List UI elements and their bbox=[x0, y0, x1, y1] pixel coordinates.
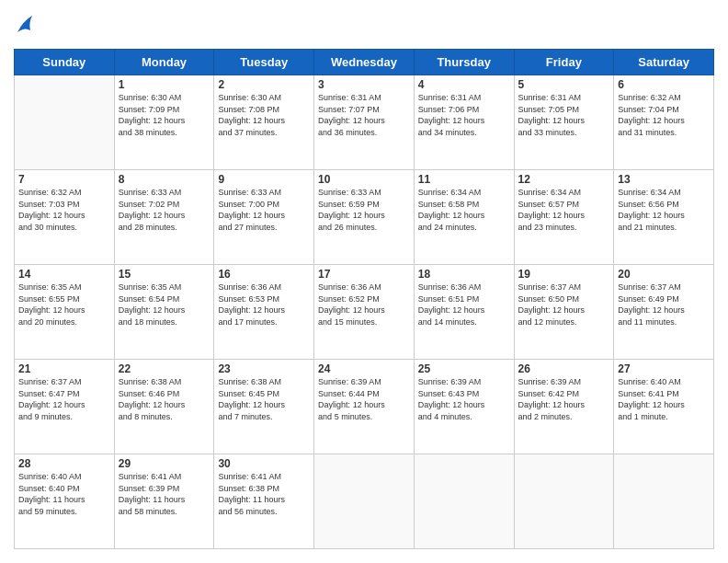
day-number: 25 bbox=[418, 362, 510, 375]
day-info: Sunrise: 6:40 AM Sunset: 6:40 PM Dayligh… bbox=[18, 471, 110, 517]
day-info: Sunrise: 6:37 AM Sunset: 6:49 PM Dayligh… bbox=[618, 282, 710, 327]
calendar-cell: 23Sunrise: 6:38 AM Sunset: 6:45 PM Dayli… bbox=[214, 360, 314, 454]
calendar-cell: 20Sunrise: 6:37 AM Sunset: 6:49 PM Dayli… bbox=[614, 265, 714, 360]
calendar-cell: 17Sunrise: 6:36 AM Sunset: 6:52 PM Dayli… bbox=[314, 265, 415, 360]
day-info: Sunrise: 6:37 AM Sunset: 6:47 PM Dayligh… bbox=[18, 376, 110, 422]
calendar-cell: 8Sunrise: 6:33 AM Sunset: 7:02 PM Daylig… bbox=[114, 170, 214, 265]
day-number: 2 bbox=[218, 78, 310, 91]
logo bbox=[14, 14, 34, 40]
day-number: 4 bbox=[418, 78, 510, 91]
day-info: Sunrise: 6:37 AM Sunset: 6:50 PM Dayligh… bbox=[518, 282, 610, 327]
day-number: 28 bbox=[18, 457, 110, 470]
calendar-cell: 4Sunrise: 6:31 AM Sunset: 7:06 PM Daylig… bbox=[414, 75, 514, 170]
day-info: Sunrise: 6:38 AM Sunset: 6:45 PM Dayligh… bbox=[218, 376, 310, 422]
day-number: 1 bbox=[119, 78, 210, 91]
day-number: 27 bbox=[618, 362, 710, 375]
day-info: Sunrise: 6:35 AM Sunset: 6:54 PM Dayligh… bbox=[119, 282, 210, 327]
calendar-header-row: SundayMondayTuesdayWednesdayThursdayFrid… bbox=[15, 50, 714, 75]
day-info: Sunrise: 6:33 AM Sunset: 6:59 PM Dayligh… bbox=[318, 187, 410, 233]
day-number: 17 bbox=[318, 268, 410, 281]
day-number: 3 bbox=[318, 78, 410, 91]
day-number: 5 bbox=[518, 78, 610, 91]
day-number: 24 bbox=[318, 362, 410, 375]
calendar-cell bbox=[414, 454, 514, 549]
calendar-cell: 6Sunrise: 6:32 AM Sunset: 7:04 PM Daylig… bbox=[614, 75, 714, 170]
calendar-cell: 30Sunrise: 6:41 AM Sunset: 6:38 PM Dayli… bbox=[214, 454, 314, 549]
day-number: 26 bbox=[518, 362, 610, 375]
day-info: Sunrise: 6:36 AM Sunset: 6:52 PM Dayligh… bbox=[318, 282, 410, 327]
day-number: 20 bbox=[618, 268, 710, 281]
calendar-cell: 27Sunrise: 6:40 AM Sunset: 6:41 PM Dayli… bbox=[614, 360, 714, 454]
calendar-week-1: 1Sunrise: 6:30 AM Sunset: 7:09 PM Daylig… bbox=[15, 75, 714, 170]
day-number: 22 bbox=[119, 362, 210, 375]
day-info: Sunrise: 6:30 AM Sunset: 7:08 PM Dayligh… bbox=[218, 92, 310, 138]
day-number: 18 bbox=[418, 268, 510, 281]
day-info: Sunrise: 6:34 AM Sunset: 6:57 PM Dayligh… bbox=[518, 187, 610, 233]
day-info: Sunrise: 6:31 AM Sunset: 7:05 PM Dayligh… bbox=[518, 92, 610, 138]
day-info: Sunrise: 6:31 AM Sunset: 7:07 PM Dayligh… bbox=[318, 92, 410, 138]
calendar-cell: 10Sunrise: 6:33 AM Sunset: 6:59 PM Dayli… bbox=[314, 170, 415, 265]
day-number: 21 bbox=[18, 362, 110, 375]
day-number: 30 bbox=[218, 457, 310, 470]
calendar-cell: 11Sunrise: 6:34 AM Sunset: 6:58 PM Dayli… bbox=[414, 170, 514, 265]
day-info: Sunrise: 6:30 AM Sunset: 7:09 PM Dayligh… bbox=[119, 92, 210, 138]
day-info: Sunrise: 6:33 AM Sunset: 7:02 PM Dayligh… bbox=[119, 187, 210, 233]
day-header-sunday: Sunday bbox=[15, 50, 115, 75]
page: SundayMondayTuesdayWednesdayThursdayFrid… bbox=[0, 0, 728, 563]
calendar-week-4: 21Sunrise: 6:37 AM Sunset: 6:47 PM Dayli… bbox=[15, 360, 714, 454]
day-info: Sunrise: 6:32 AM Sunset: 7:04 PM Dayligh… bbox=[618, 92, 710, 138]
day-header-thursday: Thursday bbox=[414, 50, 514, 75]
calendar-week-5: 28Sunrise: 6:40 AM Sunset: 6:40 PM Dayli… bbox=[15, 454, 714, 549]
day-number: 14 bbox=[18, 268, 110, 281]
day-number: 9 bbox=[218, 173, 310, 186]
calendar-cell: 21Sunrise: 6:37 AM Sunset: 6:47 PM Dayli… bbox=[15, 360, 115, 454]
calendar-cell: 3Sunrise: 6:31 AM Sunset: 7:07 PM Daylig… bbox=[314, 75, 415, 170]
day-info: Sunrise: 6:35 AM Sunset: 6:55 PM Dayligh… bbox=[18, 282, 110, 327]
day-header-friday: Friday bbox=[514, 50, 614, 75]
day-number: 15 bbox=[119, 268, 210, 281]
day-number: 8 bbox=[119, 173, 210, 186]
calendar-cell: 5Sunrise: 6:31 AM Sunset: 7:05 PM Daylig… bbox=[514, 75, 614, 170]
day-number: 11 bbox=[418, 173, 510, 186]
day-info: Sunrise: 6:40 AM Sunset: 6:41 PM Dayligh… bbox=[618, 376, 710, 422]
day-info: Sunrise: 6:33 AM Sunset: 7:00 PM Dayligh… bbox=[218, 187, 310, 233]
calendar-cell: 16Sunrise: 6:36 AM Sunset: 6:53 PM Dayli… bbox=[214, 265, 314, 360]
day-number: 19 bbox=[518, 268, 610, 281]
calendar-cell: 24Sunrise: 6:39 AM Sunset: 6:44 PM Dayli… bbox=[314, 360, 415, 454]
day-info: Sunrise: 6:31 AM Sunset: 7:06 PM Dayligh… bbox=[418, 92, 510, 138]
calendar-cell bbox=[314, 454, 415, 549]
calendar-table: SundayMondayTuesdayWednesdayThursdayFrid… bbox=[14, 49, 714, 549]
calendar-cell: 12Sunrise: 6:34 AM Sunset: 6:57 PM Dayli… bbox=[514, 170, 614, 265]
day-info: Sunrise: 6:39 AM Sunset: 6:43 PM Dayligh… bbox=[418, 376, 510, 422]
calendar-cell: 14Sunrise: 6:35 AM Sunset: 6:55 PM Dayli… bbox=[15, 265, 115, 360]
calendar-cell: 7Sunrise: 6:32 AM Sunset: 7:03 PM Daylig… bbox=[15, 170, 115, 265]
calendar-cell bbox=[514, 454, 614, 549]
day-info: Sunrise: 6:41 AM Sunset: 6:38 PM Dayligh… bbox=[218, 471, 310, 517]
day-info: Sunrise: 6:34 AM Sunset: 6:56 PM Dayligh… bbox=[618, 187, 710, 233]
calendar-cell: 25Sunrise: 6:39 AM Sunset: 6:43 PM Dayli… bbox=[414, 360, 514, 454]
day-number: 29 bbox=[119, 457, 210, 470]
calendar-cell: 19Sunrise: 6:37 AM Sunset: 6:50 PM Dayli… bbox=[514, 265, 614, 360]
day-info: Sunrise: 6:32 AM Sunset: 7:03 PM Dayligh… bbox=[18, 187, 110, 233]
day-number: 12 bbox=[518, 173, 610, 186]
day-info: Sunrise: 6:39 AM Sunset: 6:42 PM Dayligh… bbox=[518, 376, 610, 422]
day-number: 13 bbox=[618, 173, 710, 186]
day-header-saturday: Saturday bbox=[614, 50, 714, 75]
calendar-cell bbox=[15, 75, 115, 170]
day-number: 10 bbox=[318, 173, 410, 186]
day-number: 7 bbox=[18, 173, 110, 186]
calendar-cell: 13Sunrise: 6:34 AM Sunset: 6:56 PM Dayli… bbox=[614, 170, 714, 265]
logo-bird-icon bbox=[16, 14, 34, 40]
day-number: 23 bbox=[218, 362, 310, 375]
day-info: Sunrise: 6:41 AM Sunset: 6:39 PM Dayligh… bbox=[119, 471, 210, 517]
day-header-tuesday: Tuesday bbox=[214, 50, 314, 75]
calendar-week-3: 14Sunrise: 6:35 AM Sunset: 6:55 PM Dayli… bbox=[15, 265, 714, 360]
day-info: Sunrise: 6:34 AM Sunset: 6:58 PM Dayligh… bbox=[418, 187, 510, 233]
day-number: 16 bbox=[218, 268, 310, 281]
header bbox=[14, 14, 714, 40]
day-info: Sunrise: 6:36 AM Sunset: 6:51 PM Dayligh… bbox=[418, 282, 510, 327]
day-header-monday: Monday bbox=[114, 50, 214, 75]
calendar-cell: 9Sunrise: 6:33 AM Sunset: 7:00 PM Daylig… bbox=[214, 170, 314, 265]
calendar-cell: 22Sunrise: 6:38 AM Sunset: 6:46 PM Dayli… bbox=[114, 360, 214, 454]
calendar-cell bbox=[614, 454, 714, 549]
